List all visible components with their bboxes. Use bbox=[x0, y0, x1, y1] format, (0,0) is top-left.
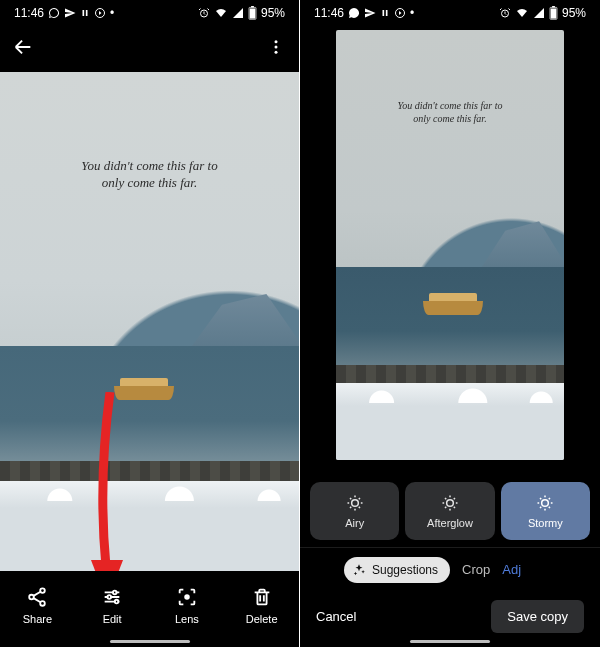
home-indicator[interactable] bbox=[410, 640, 490, 643]
skip-icon bbox=[94, 7, 106, 19]
whatsapp-icon bbox=[48, 7, 60, 19]
edit-button[interactable]: Edit bbox=[75, 586, 150, 625]
editor-screen: 11:46 • 95% You didn't come this far to bbox=[300, 0, 600, 647]
svg-point-14 bbox=[184, 594, 190, 600]
tab-suggestions[interactable]: Suggestions bbox=[344, 557, 450, 583]
status-dot: • bbox=[110, 6, 116, 20]
battery-percent: 95% bbox=[261, 6, 285, 20]
svg-point-8 bbox=[41, 588, 46, 593]
svg-point-7 bbox=[275, 51, 278, 54]
quote-text: You didn't come this far to only come th… bbox=[0, 157, 299, 192]
wifi-icon bbox=[214, 7, 228, 19]
share-label: Share bbox=[23, 613, 52, 625]
battery-icon bbox=[248, 6, 257, 20]
editor-canvas[interactable]: You didn't come this far to only come th… bbox=[336, 30, 564, 460]
alarm-icon bbox=[198, 7, 210, 19]
battery-icon bbox=[549, 6, 558, 20]
alarm-icon bbox=[499, 7, 511, 19]
svg-point-6 bbox=[275, 46, 278, 49]
svg-point-20 bbox=[351, 500, 358, 507]
delete-label: Delete bbox=[246, 613, 278, 625]
signal-icon bbox=[533, 7, 545, 19]
tab-adjust[interactable]: Adj bbox=[502, 562, 521, 577]
tab-suggestions-label: Suggestions bbox=[372, 563, 438, 577]
bottom-bar: Cancel Save copy bbox=[300, 591, 600, 647]
filter-bar: Airy Afterglow Stormy bbox=[300, 475, 600, 547]
svg-rect-19 bbox=[552, 6, 555, 7]
photo-viewport[interactable]: You didn't come this far to only come th… bbox=[0, 72, 299, 571]
more-icon[interactable] bbox=[267, 36, 285, 62]
filter-afterglow-label: Afterglow bbox=[427, 517, 473, 529]
delete-button[interactable]: Delete bbox=[224, 586, 299, 625]
tab-crop[interactable]: Crop bbox=[462, 562, 490, 577]
lens-button[interactable]: Lens bbox=[150, 586, 225, 625]
save-copy-button[interactable]: Save copy bbox=[491, 600, 584, 633]
pause-icon bbox=[80, 7, 90, 19]
app-bar bbox=[0, 26, 299, 72]
signal-icon bbox=[232, 7, 244, 19]
editor-canvas-wrap: You didn't come this far to only come th… bbox=[300, 26, 600, 475]
svg-rect-3 bbox=[250, 8, 256, 18]
skip-icon bbox=[394, 7, 406, 19]
svg-point-13 bbox=[115, 599, 119, 603]
svg-point-9 bbox=[30, 594, 35, 599]
svg-point-12 bbox=[108, 595, 112, 599]
svg-point-11 bbox=[113, 590, 117, 594]
home-indicator[interactable] bbox=[110, 640, 190, 643]
svg-point-21 bbox=[447, 500, 454, 507]
cancel-button[interactable]: Cancel bbox=[316, 609, 356, 624]
send-icon bbox=[364, 7, 376, 19]
back-icon[interactable] bbox=[12, 36, 34, 62]
whatsapp-icon bbox=[348, 7, 360, 19]
status-time: 11:46 bbox=[14, 6, 44, 20]
tab-bar: Suggestions Crop Adj bbox=[300, 547, 600, 591]
action-bar: Share Edit Lens Delete bbox=[0, 571, 299, 647]
pause-icon bbox=[380, 7, 390, 19]
filter-airy-label: Airy bbox=[345, 517, 364, 529]
filter-stormy-label: Stormy bbox=[528, 517, 563, 529]
send-icon bbox=[64, 7, 76, 19]
filter-airy[interactable]: Airy bbox=[310, 482, 399, 540]
battery-percent: 95% bbox=[562, 6, 586, 20]
wifi-icon bbox=[515, 7, 529, 19]
status-bar: 11:46 • bbox=[0, 0, 299, 26]
svg-point-22 bbox=[542, 500, 549, 507]
lens-label: Lens bbox=[175, 613, 199, 625]
svg-point-5 bbox=[275, 40, 278, 43]
filter-afterglow[interactable]: Afterglow bbox=[405, 482, 494, 540]
viewer-screen: 11:46 • bbox=[0, 0, 300, 647]
share-button[interactable]: Share bbox=[0, 586, 75, 625]
quote-text: You didn't come this far to only come th… bbox=[336, 99, 564, 126]
filter-stormy[interactable]: Stormy bbox=[501, 482, 590, 540]
edit-label: Edit bbox=[103, 613, 122, 625]
status-time: 11:46 bbox=[314, 6, 344, 20]
svg-rect-18 bbox=[551, 8, 557, 18]
status-dot: • bbox=[410, 6, 416, 20]
status-bar: 11:46 • 95% bbox=[300, 0, 600, 26]
svg-rect-4 bbox=[251, 6, 254, 7]
svg-point-10 bbox=[41, 601, 46, 606]
